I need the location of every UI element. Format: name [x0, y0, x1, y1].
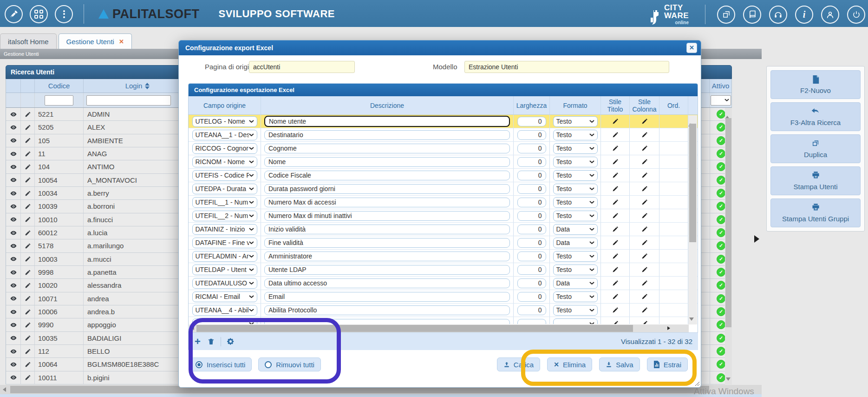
view-row-eye-icon[interactable]: [10, 295, 17, 302]
descrizione-input[interactable]: [264, 292, 510, 302]
larghezza-input[interactable]: [517, 278, 546, 288]
collapse-panel-arrow-icon[interactable]: [754, 235, 759, 243]
modal-button[interactable]: Estrai: [647, 357, 688, 371]
larghezza-input[interactable]: [517, 292, 546, 302]
resize-handle[interactable]: [695, 381, 699, 386]
user-codice-cell[interactable]: 10003: [35, 253, 84, 265]
stile-colonna-brush-icon[interactable]: [641, 253, 648, 260]
campo-origine-select[interactable]: UTEDPA - Durata: [192, 184, 257, 194]
kebab-menu-icon[interactable]: [55, 5, 73, 23]
descrizione-input[interactable]: [264, 116, 510, 127]
user-codice-cell[interactable]: 104: [35, 160, 84, 173]
grid-horizontal-scrollbar[interactable]: [189, 324, 689, 332]
view-row-eye-icon[interactable]: [10, 176, 17, 184]
sidebar-button[interactable]: Stampa Utenti: [770, 166, 861, 195]
user-login-cell[interactable]: a.berry: [84, 187, 192, 199]
larghezza-input[interactable]: [517, 130, 546, 140]
add-row-button[interactable]: +: [195, 337, 201, 346]
user-login-cell[interactable]: a.mucci: [84, 253, 192, 265]
campo-origine-select[interactable]: UTEFIL__1 - Num: [192, 197, 257, 208]
user-codice-cell[interactable]: 10011: [35, 371, 84, 384]
formato-select[interactable]: Testo: [553, 116, 598, 127]
formato-select[interactable]: Testo: [553, 157, 598, 167]
stile-titolo-brush-icon[interactable]: [612, 280, 619, 287]
larghezza-input[interactable]: [517, 171, 546, 180]
stile-colonna-brush-icon[interactable]: [641, 132, 648, 139]
formato-select[interactable]: Testo: [553, 184, 598, 194]
user-codice-cell[interactable]: 5205: [35, 121, 84, 133]
formato-select[interactable]: Testo: [553, 265, 598, 275]
larghezza-input[interactable]: [517, 265, 546, 275]
larghezza-input[interactable]: [517, 319, 546, 324]
modal-button[interactable]: ✕ Elimina: [547, 357, 592, 371]
formato-select[interactable]: Testo: [553, 143, 598, 154]
campo-origine-select[interactable]: UTEFIS - Codice F: [192, 170, 257, 181]
campo-origine-select[interactable]: UTELDAP - Utent: [192, 265, 257, 275]
stile-titolo-brush-icon[interactable]: [612, 145, 619, 152]
edit-row-pencil-icon[interactable]: [25, 361, 31, 368]
view-row-eye-icon[interactable]: [10, 216, 17, 223]
view-row-eye-icon[interactable]: [10, 348, 17, 355]
larghezza-input[interactable]: [517, 211, 546, 221]
formato-select[interactable]: Testo: [553, 291, 598, 302]
scrollbar-thumb[interactable]: [196, 325, 633, 332]
close-tab-icon[interactable]: ✕: [119, 38, 124, 45]
view-row-eye-icon[interactable]: [10, 190, 17, 197]
view-row-eye-icon[interactable]: [10, 255, 17, 263]
edit-row-pencil-icon[interactable]: [25, 295, 31, 302]
edit-row-pencil-icon[interactable]: [25, 124, 31, 131]
campo-origine-select[interactable]: UTEANA__4 - Abil: [192, 305, 257, 316]
descrizione-input[interactable]: [264, 171, 510, 180]
user-codice-cell[interactable]: 9998: [35, 266, 84, 278]
stile-colonna-brush-icon[interactable]: [641, 199, 648, 206]
stile-titolo-brush-icon[interactable]: [612, 118, 619, 125]
larghezza-input[interactable]: [517, 305, 546, 315]
stile-titolo-brush-icon[interactable]: [612, 253, 619, 260]
stile-colonna-brush-icon[interactable]: [641, 145, 648, 152]
larghezza-input[interactable]: [517, 198, 546, 207]
stile-colonna-brush-icon[interactable]: [641, 172, 648, 179]
user-login-cell[interactable]: ANAG: [84, 147, 192, 160]
view-row-eye-icon[interactable]: [10, 269, 17, 276]
user-codice-cell[interactable]: 112: [35, 345, 84, 357]
user-codice-cell[interactable]: 10035: [35, 332, 84, 344]
view-row-eye-icon[interactable]: [10, 282, 17, 289]
rocket-icon[interactable]: [5, 5, 23, 23]
formato-select[interactable]: Testo: [553, 305, 598, 316]
stile-colonna-brush-icon[interactable]: [641, 307, 648, 314]
campo-origine-select[interactable]: [192, 318, 257, 324]
stile-colonna-brush-icon[interactable]: [641, 266, 648, 273]
user-codice-cell[interactable]: 10006: [35, 305, 84, 318]
scrollbar-thumb[interactable]: [725, 118, 731, 327]
user-codice-cell[interactable]: 10010: [35, 213, 84, 226]
descrizione-input[interactable]: [264, 184, 510, 194]
sort-icon[interactable]: [145, 83, 150, 89]
larghezza-input[interactable]: [517, 117, 546, 126]
formato-select[interactable]: Testo: [553, 197, 598, 208]
user-codice-cell[interactable]: 10071: [35, 292, 84, 305]
stile-titolo-brush-icon[interactable]: [612, 159, 619, 165]
edit-row-pencil-icon[interactable]: [25, 282, 31, 289]
stile-colonna-brush-icon[interactable]: [641, 185, 648, 192]
larghezza-input[interactable]: [517, 238, 546, 248]
stile-colonna-brush-icon[interactable]: [641, 226, 648, 233]
stile-colonna-brush-icon[interactable]: [641, 212, 648, 219]
edit-row-pencil-icon[interactable]: [25, 151, 31, 157]
attivo-filter-select[interactable]: [711, 95, 731, 106]
column-header-codice[interactable]: Codice: [35, 79, 84, 93]
edit-row-pencil-icon[interactable]: [25, 322, 31, 328]
descrizione-input[interactable]: [264, 198, 510, 207]
model-input[interactable]: [464, 61, 669, 73]
view-row-eye-icon[interactable]: [10, 150, 17, 158]
descrizione-input[interactable]: [264, 319, 510, 324]
user-codice-cell[interactable]: 9990: [35, 318, 84, 331]
stile-titolo-brush-icon[interactable]: [612, 132, 619, 139]
tab-gestione-utenti[interactable]: Gestione Utenti ✕: [59, 33, 132, 49]
codice-filter-input[interactable]: [45, 95, 73, 106]
user-login-cell[interactable]: ANTIMO: [84, 160, 192, 173]
apps-grid-icon[interactable]: [30, 5, 48, 23]
view-row-eye-icon[interactable]: [10, 308, 17, 316]
view-row-eye-icon[interactable]: [10, 203, 17, 210]
descrizione-input[interactable]: [264, 144, 510, 153]
windows-icon[interactable]: [717, 6, 735, 24]
